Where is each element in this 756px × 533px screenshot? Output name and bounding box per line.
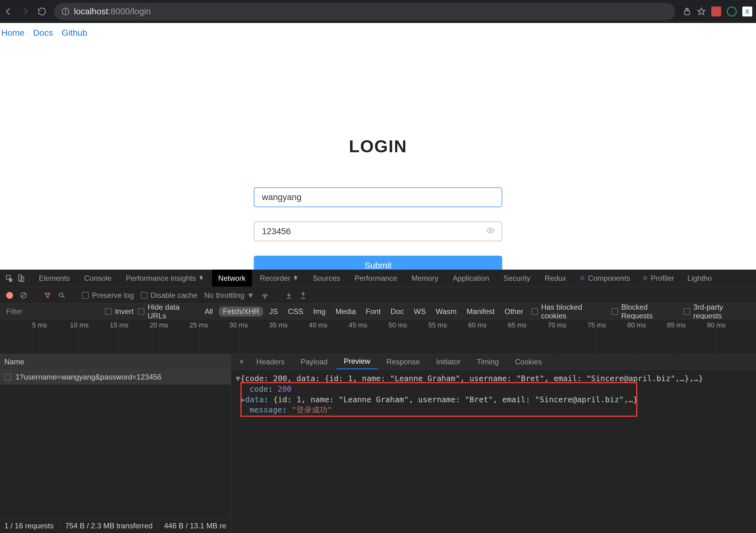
filter-type-font[interactable]: Font bbox=[362, 306, 385, 316]
close-detail-button[interactable]: × bbox=[235, 357, 248, 366]
login-title: LOGIN bbox=[349, 136, 407, 156]
extension-icon-3[interactable]: X bbox=[742, 7, 752, 16]
detail-tab-headers[interactable]: Headers bbox=[249, 354, 292, 369]
json-data-line[interactable]: ▶data: {id: 1, name: "Leanne Graham", us… bbox=[235, 394, 752, 405]
devtools-panel: Elements Console Performance insights Ne… bbox=[0, 270, 756, 533]
device-toolbar-icon[interactable] bbox=[16, 274, 26, 282]
svg-point-13 bbox=[265, 298, 265, 299]
import-har-icon[interactable] bbox=[285, 292, 293, 299]
invert-checkbox[interactable]: Invert bbox=[105, 307, 134, 316]
export-har-icon[interactable] bbox=[299, 292, 307, 299]
inspect-element-icon[interactable] bbox=[4, 274, 14, 282]
tab-profiler[interactable]: ⚛Profiler bbox=[637, 274, 679, 283]
filter-type-media[interactable]: Media bbox=[332, 306, 359, 316]
login-form: LOGIN Submit bbox=[0, 136, 756, 276]
tab-application[interactable]: Application bbox=[446, 270, 495, 287]
third-party-checkbox[interactable]: 3rd-party requests bbox=[684, 303, 752, 320]
request-row[interactable]: 1?username=wangyang&password=123456 bbox=[0, 370, 231, 385]
tab-recorder[interactable]: Recorder bbox=[254, 270, 305, 287]
status-transferred: 754 B / 2.3 MB transferred bbox=[65, 521, 152, 530]
throttling-select[interactable]: No throttling ▼ bbox=[204, 291, 254, 300]
preserve-log-checkbox[interactable]: Preserve log bbox=[82, 291, 134, 300]
filter-type-css[interactable]: CSS bbox=[284, 306, 307, 316]
network-controls: Preserve log Disable cache No throttling… bbox=[0, 287, 756, 304]
svg-marker-4 bbox=[698, 8, 705, 14]
filter-type-other[interactable]: Other bbox=[501, 306, 527, 316]
filter-type-wasm[interactable]: Wasm bbox=[432, 306, 460, 316]
filter-type-fetch-xhr[interactable]: Fetch/XHR bbox=[219, 306, 263, 316]
request-detail: × Headers Payload Preview Response Initi… bbox=[231, 354, 756, 533]
svg-point-2 bbox=[65, 10, 66, 10]
filter-type-ws[interactable]: WS bbox=[410, 306, 430, 316]
tab-memory[interactable]: Memory bbox=[405, 270, 445, 287]
filter-type-manifest[interactable]: Manifest bbox=[463, 306, 499, 316]
detail-tab-initiator[interactable]: Initiator bbox=[429, 354, 468, 369]
filter-type-all[interactable]: All bbox=[201, 306, 217, 316]
tab-performance[interactable]: Performance bbox=[348, 270, 403, 287]
tab-network[interactable]: Network bbox=[212, 270, 252, 287]
tab-redux[interactable]: Redux bbox=[539, 270, 573, 287]
url-text: localhost:8000/login bbox=[74, 7, 151, 16]
extension-icon-1[interactable] bbox=[711, 7, 721, 16]
svg-line-12 bbox=[63, 296, 65, 298]
filter-type-img[interactable]: Img bbox=[310, 306, 329, 316]
hide-data-urls-checkbox[interactable]: Hide data URLs bbox=[138, 303, 199, 320]
browser-toolbar: localhost:8000/login X bbox=[0, 0, 756, 23]
filter-input[interactable]: Filter bbox=[4, 307, 101, 316]
forward-button[interactable] bbox=[20, 7, 30, 16]
tab-performance-insights[interactable]: Performance insights bbox=[120, 270, 210, 287]
blocked-requests-checkbox[interactable]: Blocked Requests bbox=[611, 303, 679, 320]
clear-button[interactable] bbox=[20, 292, 27, 299]
tab-lighthouse[interactable]: Lightho bbox=[681, 270, 718, 287]
json-message-line: message: "登录成功" bbox=[235, 405, 752, 415]
nav-home-link[interactable]: Home bbox=[1, 28, 25, 38]
request-list-header[interactable]: Name bbox=[0, 354, 231, 370]
svg-line-10 bbox=[22, 294, 25, 297]
filter-icon[interactable] bbox=[44, 292, 51, 299]
status-resources: 446 B / 13.1 MB re bbox=[164, 521, 226, 530]
username-input-wrapper[interactable] bbox=[254, 187, 502, 207]
network-conditions-icon[interactable] bbox=[261, 292, 269, 299]
back-button[interactable] bbox=[4, 7, 13, 16]
preview-content[interactable]: ▼{code: 200, data: {id: 1, name: "Leanne… bbox=[231, 370, 756, 533]
svg-point-5 bbox=[490, 229, 492, 231]
json-code-line: code: 200 bbox=[235, 384, 752, 394]
network-body: Name 1?username=wangyang&password=123456… bbox=[0, 354, 756, 533]
detail-tabs: × Headers Payload Preview Response Initi… bbox=[231, 354, 756, 370]
nav-github-link[interactable]: Github bbox=[62, 28, 88, 38]
devtools-tabs: Elements Console Performance insights Ne… bbox=[0, 270, 756, 287]
password-input-wrapper[interactable] bbox=[254, 222, 502, 241]
site-info-icon[interactable] bbox=[62, 8, 69, 15]
detail-tab-preview[interactable]: Preview bbox=[337, 354, 378, 369]
tab-console[interactable]: Console bbox=[78, 270, 118, 287]
detail-tab-response[interactable]: Response bbox=[379, 354, 427, 369]
network-timeline[interactable]: 5 ms 10 ms 15 ms 20 ms 25 ms 30 ms 35 ms… bbox=[0, 319, 756, 354]
username-input[interactable] bbox=[262, 192, 494, 202]
toggle-password-visibility-icon[interactable] bbox=[486, 226, 495, 237]
tab-sources[interactable]: Sources bbox=[307, 270, 346, 287]
json-root-line[interactable]: ▼{code: 200, data: {id: 1, name: "Leanne… bbox=[235, 373, 752, 384]
detail-tab-cookies[interactable]: Cookies bbox=[507, 354, 550, 369]
disable-cache-checkbox[interactable]: Disable cache bbox=[141, 291, 198, 300]
record-button[interactable] bbox=[6, 292, 13, 299]
detail-tab-payload[interactable]: Payload bbox=[293, 354, 335, 369]
tab-security[interactable]: Security bbox=[497, 270, 537, 287]
tab-elements[interactable]: Elements bbox=[33, 270, 76, 287]
filter-type-doc[interactable]: Doc bbox=[387, 306, 408, 316]
request-name: 1?username=wangyang&password=123456 bbox=[15, 373, 162, 382]
filter-type-js[interactable]: JS bbox=[266, 306, 282, 316]
has-blocked-cookies-checkbox[interactable]: Has blocked cookies bbox=[531, 303, 607, 320]
bookmark-star-icon[interactable] bbox=[697, 7, 706, 16]
tab-components[interactable]: ⚛Components bbox=[574, 274, 635, 283]
reload-button[interactable] bbox=[37, 7, 46, 16]
password-input[interactable] bbox=[262, 227, 494, 236]
nav-docs-link[interactable]: Docs bbox=[33, 28, 53, 38]
page-nav: Home Docs Github bbox=[0, 23, 756, 43]
address-bar[interactable]: localhost:8000/login bbox=[54, 3, 675, 20]
page-content: Home Docs Github LOGIN Submit bbox=[0, 23, 756, 276]
search-icon[interactable] bbox=[58, 292, 66, 299]
extension-icon-2[interactable] bbox=[727, 7, 737, 16]
share-icon[interactable] bbox=[683, 7, 691, 16]
svg-rect-7 bbox=[18, 275, 22, 281]
detail-tab-timing[interactable]: Timing bbox=[469, 354, 506, 369]
